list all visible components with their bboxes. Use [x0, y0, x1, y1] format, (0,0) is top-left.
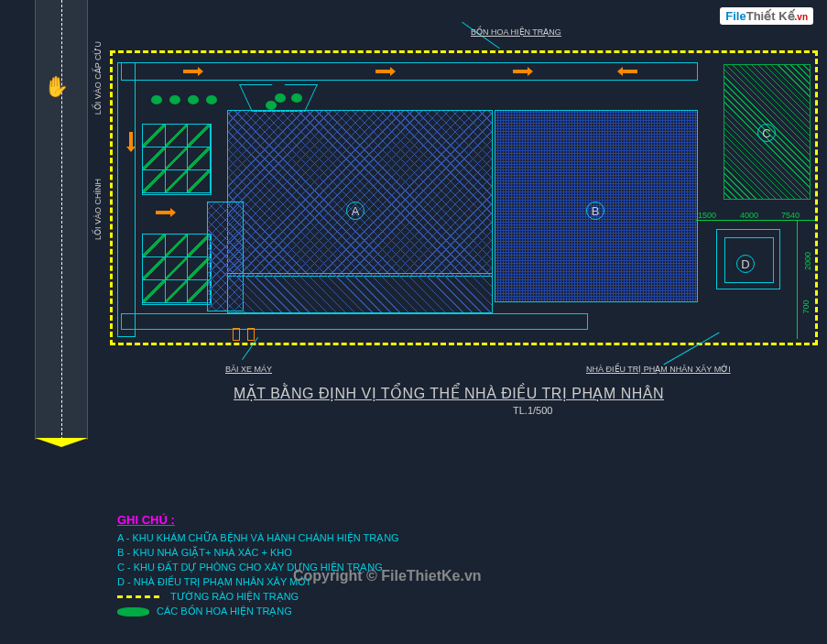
parking-lot-1: [142, 124, 212, 195]
emergency-entry-label: LỐI VÀO CẤP CỨU: [93, 41, 103, 115]
flow-arrow-icon: [375, 70, 390, 73]
flow-arrow-icon: [156, 211, 170, 214]
copyright-text: Copyright © FileThietKe.vn: [293, 568, 482, 584]
fence-swatch: [117, 595, 163, 598]
dimension-line: [797, 220, 798, 339]
dimension-value: 1500: [698, 211, 716, 220]
bush-icon: [169, 95, 180, 104]
main-entry-label: LỐI VÀO CHÍNH: [93, 179, 103, 240]
zone-label-c: C: [757, 124, 776, 142]
zone-label-b: B: [586, 202, 604, 220]
legend-item-b: B - KHU NHÀ GIẶT+ NHÀ XÁC + KHO: [117, 547, 399, 559]
road-arrow-down: [35, 438, 88, 449]
internal-path-left: [117, 62, 136, 337]
zone-label-a: A: [346, 202, 365, 220]
dimension-value: 2000: [803, 252, 812, 270]
legend-block: GHI CHÚ : A - KHU KHÁM CHỮA BỆNH VÀ HÀNH…: [117, 513, 399, 620]
internal-path-bottom: [121, 313, 588, 330]
bike-parking-label: BÃI XE MÁY: [225, 365, 272, 374]
flow-arrow-icon: [183, 70, 198, 73]
internal-path-top: [121, 62, 698, 81]
dimension-value: 700: [801, 300, 811, 313]
access-road: [35, 0, 88, 440]
drawing-scale: TL.1/500: [513, 405, 552, 416]
new-building-label: NHÀ ĐIỀU TRỊ PHẠM NHÂN XÂY MỚI: [586, 365, 731, 374]
flower-bed-label: BỒN HOA HIỆN TRẠNG: [471, 27, 561, 37]
bike-marker: [247, 328, 255, 341]
bush-icon: [291, 93, 302, 103]
legend-item-a: A - KHU KHÁM CHỮA BỆNH VÀ HÀNH CHÁNH HIỆ…: [117, 532, 399, 544]
parking-lot-2: [142, 234, 212, 305]
bush-swatch: [117, 607, 149, 617]
watermark-logo: FileThiết Kế.vn: [720, 7, 813, 25]
flow-arrow-icon: [623, 70, 637, 73]
flow-arrow-icon: [513, 70, 528, 73]
bush-icon: [266, 101, 277, 110]
dimension-value: 7540: [781, 211, 800, 220]
pan-cursor-icon: ✋: [44, 75, 69, 99]
zone-label-d: D: [736, 255, 755, 273]
bush-icon: [275, 93, 286, 103]
bush-icon: [188, 95, 199, 104]
legend-item-bush: CÁC BỒN HOA HIỆN TRẠNG: [117, 606, 399, 617]
flow-arrow-icon: [129, 132, 133, 147]
dimension-value: 4000: [740, 211, 758, 220]
legend-title: GHI CHÚ :: [117, 513, 399, 527]
bush-icon: [151, 95, 162, 104]
bike-marker: [233, 328, 240, 341]
drawing-title: MẶT BẰNG ĐỊNH VỊ TỔNG THỂ NHÀ ĐIỀU TRỊ P…: [234, 385, 664, 402]
legend-item-fence: TƯỜNG RÀO HIỆN TRẠNG: [117, 591, 399, 603]
bush-icon: [206, 95, 217, 104]
